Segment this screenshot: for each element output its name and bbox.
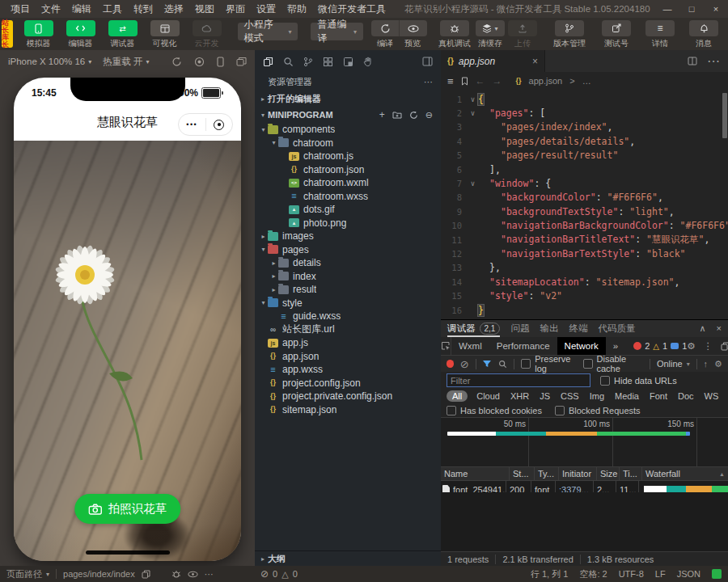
col-initiator[interactable]: Initiator xyxy=(559,467,597,480)
search-icon[interactable] xyxy=(283,57,294,67)
indentation[interactable]: 空格: 2 xyxy=(579,568,607,580)
hide-data-urls-checkbox[interactable]: Hide data URLs xyxy=(600,376,677,386)
take-photo-button[interactable]: 拍照识花草 xyxy=(74,494,181,524)
copy-path-icon[interactable] xyxy=(142,570,150,579)
test-account-button[interactable]: 测试号 xyxy=(599,20,634,49)
close-tab-icon[interactable]: × xyxy=(532,56,538,67)
network-type-ws[interactable]: WS xyxy=(703,391,721,401)
more-actions-icon[interactable]: ⋯ xyxy=(424,77,433,87)
blocked-requests-checkbox[interactable]: Blocked Requests xyxy=(555,406,641,415)
device-select[interactable]: iPhone X 100% 16 xyxy=(8,57,85,66)
clear-cache-button[interactable]: ▾ 清缓存 xyxy=(476,20,505,49)
tree-item[interactable]: {}project.config.json xyxy=(255,377,441,390)
details-button[interactable]: ≡ 详情 xyxy=(642,20,678,49)
code-line[interactable]: 8"backgroundColor": "#F6F6F6", xyxy=(441,191,728,205)
filter-funnel-icon[interactable] xyxy=(482,360,492,368)
tree-item[interactable]: ▸result xyxy=(255,283,441,297)
code-line[interactable]: 15"style": "v2" xyxy=(441,289,728,302)
close-button[interactable]: × xyxy=(704,0,728,18)
menu-item[interactable]: 视图 xyxy=(189,0,220,18)
collapse-panel-icon[interactable]: ∧ xyxy=(700,323,706,334)
network-type-js[interactable]: JS xyxy=(538,391,552,401)
device-frame-icon[interactable] xyxy=(217,57,224,67)
more-menu-button[interactable]: ••• xyxy=(179,120,205,129)
clear-network-icon[interactable]: ⊘ xyxy=(460,358,469,370)
menu-item[interactable]: 设置 xyxy=(251,0,281,18)
col-status[interactable]: St... xyxy=(510,467,535,480)
code-line[interactable]: 14"sitemapLocation": "sitemap.json", xyxy=(441,275,728,289)
breadcrumb[interactable]: app.json xyxy=(529,76,563,86)
network-type-img[interactable]: Img xyxy=(588,391,606,401)
hot-reload-toggle[interactable]: 热重载 开 xyxy=(103,56,142,68)
code-line[interactable]: 9"backgroundTextStyle": "light", xyxy=(441,205,728,218)
tab-terminal[interactable]: 终端 xyxy=(569,323,587,335)
record-icon[interactable] xyxy=(194,57,205,67)
eol[interactable]: LF xyxy=(655,569,666,579)
tree-item[interactable]: jsapp.js xyxy=(255,336,441,350)
version-control-button[interactable]: 版本管理 xyxy=(548,20,590,49)
code-line[interactable]: 1∨{ xyxy=(441,92,728,106)
tree-item[interactable]: ∞站长图库.url xyxy=(255,323,441,337)
preview-panel-icon[interactable] xyxy=(343,57,353,67)
tree-item[interactable]: ▾components xyxy=(255,123,441,137)
network-type-media[interactable]: Media xyxy=(613,391,641,401)
menu-item[interactable]: 文件 xyxy=(36,0,66,18)
search-network-icon[interactable] xyxy=(498,360,507,369)
devtools-settings-icon[interactable]: ⚙ xyxy=(687,340,695,352)
tree-item[interactable]: ▸details xyxy=(255,256,441,270)
miniprogram-section[interactable]: ▾ MINIPROGRAM + ⊖ xyxy=(255,107,441,123)
compile-button[interactable] xyxy=(371,20,399,36)
problems-summary[interactable]: ⊘ 0 △ 0 xyxy=(260,568,298,580)
tab-output[interactable]: 输出 xyxy=(540,323,558,335)
new-folder-icon[interactable] xyxy=(392,111,402,119)
code-line[interactable]: 4"pages/details/details", xyxy=(441,134,728,148)
code-line[interactable]: 12"navigationBarTextStyle": "black" xyxy=(441,247,728,260)
network-settings-icon[interactable]: ⚙ xyxy=(714,359,722,369)
menu-item[interactable]: 选择 xyxy=(159,0,189,18)
editor-toggle-button[interactable]: 编辑器 xyxy=(63,20,99,49)
col-time[interactable]: Ti... xyxy=(620,467,642,480)
network-type-css[interactable]: CSS xyxy=(559,391,581,401)
editor-scrollbar[interactable] xyxy=(722,93,727,138)
tree-item[interactable]: ▸index xyxy=(255,270,441,284)
col-name[interactable]: Name xyxy=(441,467,510,480)
preview-button[interactable] xyxy=(399,20,427,36)
tree-item[interactable]: {}app.json xyxy=(255,350,441,364)
editor-more-icon[interactable]: ⋯ xyxy=(707,53,720,69)
chevron-down-icon[interactable]: ▾ xyxy=(146,58,150,65)
network-filter-input[interactable] xyxy=(447,373,590,387)
import-har-icon[interactable]: ↑ xyxy=(704,359,709,369)
tab-problems[interactable]: 问题 xyxy=(510,323,529,335)
bookmark-icon[interactable] xyxy=(461,77,468,86)
throttling-select[interactable]: Online▾ xyxy=(657,359,690,369)
inspect-element-icon[interactable] xyxy=(441,337,451,355)
col-waterfall[interactable]: Waterfall▲ xyxy=(642,467,728,480)
breadcrumb-more[interactable]: … xyxy=(582,76,591,86)
tab-code-quality[interactable]: 代码质量 xyxy=(598,323,635,335)
tab-network[interactable]: Network xyxy=(557,337,606,355)
tab-debugger[interactable]: 调试器 2,1 xyxy=(447,320,500,337)
code-line[interactable]: 10"navigationBarBackgroundColor": "#F6F6… xyxy=(441,219,728,233)
tree-item[interactable]: jschatroom.js xyxy=(255,150,441,163)
cursor-position[interactable]: 行 1, 列 1 xyxy=(531,568,568,580)
network-timeline[interactable]: 50 ms 100 ms 150 ms xyxy=(441,417,728,467)
toggle-sidebar-icon[interactable] xyxy=(422,57,433,66)
network-type-font[interactable]: Font xyxy=(648,391,669,401)
code-line[interactable]: 13}, xyxy=(441,261,728,275)
debugger-toggle-button[interactable]: ⇄ 调试器 xyxy=(105,20,141,49)
menu-item[interactable]: 帮助 xyxy=(281,0,312,18)
files-icon[interactable] xyxy=(263,57,273,67)
outline-menu-icon[interactable]: ≡ xyxy=(447,75,454,87)
tab-wxml[interactable]: Wxml xyxy=(451,337,489,355)
restart-icon[interactable] xyxy=(171,57,182,67)
chevron-down-icon[interactable]: ▾ xyxy=(88,58,91,65)
page-path-select[interactable]: 页面路径 ▾ xyxy=(6,568,49,580)
messages-button[interactable]: 消息 xyxy=(686,20,722,49)
tab-app-json[interactable]: {} app.json × xyxy=(441,50,545,72)
menu-item[interactable]: 转到 xyxy=(128,0,159,18)
compile-mode-select[interactable]: 普通编译 ▾ xyxy=(311,23,363,40)
hand-tool-icon[interactable] xyxy=(363,57,373,67)
statusbar-bug-icon[interactable] xyxy=(171,569,181,579)
menu-item[interactable]: 微信开发者工具 xyxy=(312,0,392,18)
exit-target-button[interactable] xyxy=(206,120,233,130)
